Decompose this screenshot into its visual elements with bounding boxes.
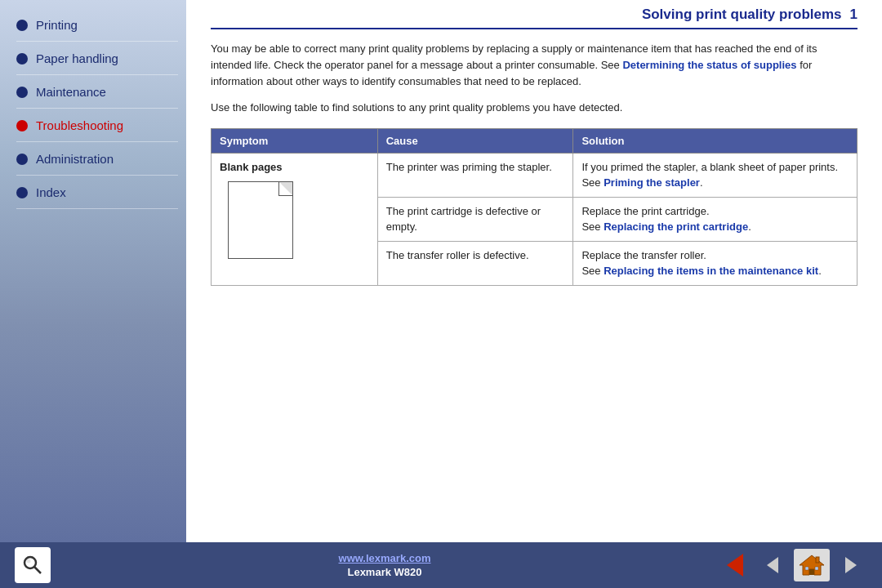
col-header-cause: Cause <box>377 128 573 153</box>
solution-see-2: See <box>581 220 604 233</box>
footer: www.lexmark.com Lexmark W820 <box>0 542 882 588</box>
sidebar-item-troubleshooting[interactable]: Troubleshooting <box>0 109 186 142</box>
home-icon <box>798 553 826 577</box>
page-corner <box>279 182 292 195</box>
sidebar-dot-printing <box>16 20 28 31</box>
solution-period-2: . <box>748 220 751 233</box>
sidebar-dot-paper-handling <box>16 53 28 65</box>
quality-table: Symptom Cause Solution Blank pages <box>211 128 858 286</box>
use-text: Use the following table to find solution… <box>211 100 858 116</box>
back-arrow-icon <box>727 554 743 577</box>
page-number: 1 <box>850 7 858 23</box>
solution-see-3: See <box>581 265 604 277</box>
solution-period-1: . <box>700 176 703 189</box>
svg-point-2 <box>27 559 31 564</box>
svg-rect-5 <box>816 557 819 563</box>
nav-next-button[interactable] <box>835 549 867 581</box>
col-header-symptom: Symptom <box>212 128 378 153</box>
solution-text-2: Replace the print cartridge. <box>581 205 709 217</box>
col-header-solution: Solution <box>573 128 858 153</box>
solution-text-3: Replace the transfer roller. <box>581 249 706 261</box>
sidebar-dot-administration <box>16 154 28 165</box>
search-button[interactable] <box>15 547 51 583</box>
symptom-label: Blank pages <box>220 159 369 176</box>
replacing-cartridge-link[interactable]: Replacing the print cartridge <box>604 220 748 233</box>
sidebar-item-administration[interactable]: Administration <box>0 142 186 176</box>
sidebar-item-paper-handling[interactable]: Paper handling <box>0 42 186 75</box>
sidebar: Printing Paper handling Maintenance Trou… <box>0 0 186 542</box>
table-row: Blank pages The printer was priming the … <box>212 153 858 197</box>
intro-paragraph: You may be able to correct many print qu… <box>211 41 858 90</box>
blank-page-icon <box>228 181 293 259</box>
footer-left <box>15 547 51 583</box>
nav-back-button[interactable] <box>719 549 751 581</box>
home-button[interactable] <box>794 549 830 581</box>
sidebar-item-printing[interactable]: Printing <box>0 8 186 42</box>
svg-rect-6 <box>805 567 808 570</box>
sidebar-item-index[interactable]: Index <box>0 176 186 209</box>
cause-text-2: The print cartridge is defective or empt… <box>386 205 541 234</box>
solution-cell-2: Replace the print cartridge. See Replaci… <box>573 197 858 241</box>
footer-product: Lexmark W820 <box>347 566 421 578</box>
sidebar-dot-troubleshooting <box>16 120 28 131</box>
sidebar-label-troubleshooting: Troubleshooting <box>36 118 123 132</box>
sidebar-item-maintenance[interactable]: Maintenance <box>0 75 186 109</box>
cause-cell-3: The transfer roller is defective. <box>377 241 573 285</box>
footer-center: www.lexmark.com Lexmark W820 <box>339 552 431 578</box>
main-layout: Printing Paper handling Maintenance Trou… <box>0 0 882 542</box>
status-of-supplies-link[interactable]: Determining the status of supplies <box>622 59 796 71</box>
sidebar-dot-index <box>16 187 28 198</box>
sidebar-dot-maintenance <box>16 87 28 98</box>
page-header: Solving print quality problems 1 <box>211 0 858 29</box>
cause-text-1: The printer was priming the stapler. <box>386 161 552 173</box>
footer-nav <box>719 549 867 581</box>
prev-arrow-icon <box>767 557 778 573</box>
table-header-row: Symptom Cause Solution <box>212 128 858 153</box>
search-icon <box>20 553 45 577</box>
solution-period-3: . <box>818 265 822 277</box>
svg-line-1 <box>34 567 41 573</box>
sidebar-label-index: Index <box>36 185 66 199</box>
cause-cell-2: The print cartridge is defective or empt… <box>377 197 573 241</box>
solution-cell-1: If you primed the stapler, a blank sheet… <box>573 153 858 197</box>
replacing-maintenance-kit-link[interactable]: Replacing the items in the maintenance k… <box>604 265 818 277</box>
svg-rect-7 <box>815 567 818 570</box>
nav-prev-button[interactable] <box>756 549 789 581</box>
footer-url-link[interactable]: www.lexmark.com <box>339 552 431 564</box>
sidebar-label-maintenance: Maintenance <box>36 85 106 99</box>
cause-cell-1: The printer was priming the stapler. <box>377 153 573 197</box>
page-title: Solving print quality problems <box>642 7 842 23</box>
symptom-cell-blank-pages: Blank pages <box>212 153 378 285</box>
sidebar-label-printing: Printing <box>36 18 78 32</box>
solution-text-1: If you primed the stapler, a blank sheet… <box>581 161 838 173</box>
sidebar-label-administration: Administration <box>36 152 114 166</box>
solution-cell-3: Replace the transfer roller. See Replaci… <box>573 241 858 285</box>
sidebar-label-paper-handling: Paper handling <box>36 51 118 65</box>
next-arrow-icon <box>845 557 857 573</box>
solution-see-1: See <box>581 176 604 189</box>
priming-stapler-link[interactable]: Priming the stapler <box>604 176 700 189</box>
svg-point-0 <box>24 557 36 568</box>
svg-rect-4 <box>809 569 814 575</box>
content-area: Solving print quality problems 1 You may… <box>186 0 882 542</box>
cause-text-3: The transfer roller is defective. <box>386 249 529 261</box>
